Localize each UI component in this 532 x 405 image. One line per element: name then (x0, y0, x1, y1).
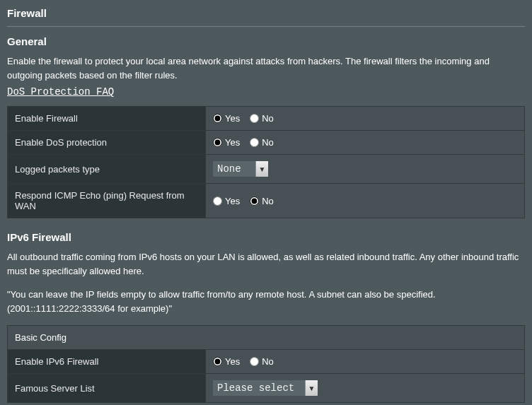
famous-server-select[interactable]: Please select ▼ (213, 380, 318, 396)
enable-ipv6-yes-text: Yes (225, 356, 240, 367)
respond-icmp-no-radio[interactable] (250, 196, 259, 206)
basic-config-header-row: Basic Config (8, 326, 525, 350)
enable-ipv6-yes-radio[interactable] (213, 357, 222, 366)
enable-ipv6-no-text: No (262, 356, 274, 367)
chevron-down-icon[interactable]: ▼ (255, 161, 268, 177)
row-enable-ipv6: Enable IPv6 Firewall Yes No (8, 350, 525, 374)
enable-ipv6-no[interactable]: No (250, 356, 274, 367)
general-settings-table: Enable Firewall Yes No Enable DoS protec… (7, 106, 525, 218)
enable-firewall-no-radio[interactable] (250, 114, 259, 123)
respond-icmp-no[interactable]: No (250, 196, 274, 206)
enable-firewall-yes-radio[interactable] (213, 114, 222, 123)
label-enable-dos: Enable DoS protection (8, 131, 206, 155)
ipv6-desc1: All outbound traffic coming from IPv6 ho… (7, 250, 525, 278)
enable-ipv6-yes[interactable]: Yes (213, 356, 240, 367)
row-famous-server: Famous Server List Please select ▼ (8, 374, 525, 403)
enable-firewall-no[interactable]: No (250, 113, 274, 124)
ipv6-settings-table: Basic Config Enable IPv6 Firewall Yes No… (7, 325, 525, 403)
respond-icmp-yes-text: Yes (225, 196, 240, 206)
label-logged-packets: Logged packets type (8, 155, 206, 184)
famous-server-value: Please select (213, 380, 305, 396)
enable-dos-no[interactable]: No (250, 137, 274, 148)
enable-dos-yes-text: Yes (225, 137, 240, 148)
label-enable-firewall: Enable Firewall (8, 107, 206, 131)
respond-icmp-yes[interactable]: Yes (213, 196, 240, 206)
row-logged-packets: Logged packets type None ▼ (8, 155, 525, 184)
general-heading: General (7, 35, 525, 47)
dos-faq-link[interactable]: DoS Protection FAQ (7, 86, 114, 98)
ipv6-desc2: "You can leave the IP fields empty to al… (7, 288, 525, 315)
enable-firewall-no-text: No (262, 113, 274, 124)
label-enable-ipv6: Enable IPv6 Firewall (8, 350, 206, 374)
chevron-down-icon[interactable]: ▼ (305, 380, 318, 396)
respond-icmp-yes-radio[interactable] (213, 196, 222, 206)
row-enable-firewall: Enable Firewall Yes No (8, 107, 525, 131)
respond-icmp-no-text: No (262, 196, 274, 206)
label-famous-server: Famous Server List (8, 374, 206, 403)
enable-dos-no-text: No (262, 137, 274, 148)
enable-dos-yes-radio[interactable] (213, 138, 222, 147)
enable-firewall-yes[interactable]: Yes (213, 113, 240, 124)
basic-config-header: Basic Config (8, 326, 525, 350)
enable-firewall-yes-text: Yes (225, 113, 240, 124)
page-title: Firewall (7, 6, 525, 27)
logged-packets-select[interactable]: None ▼ (213, 161, 268, 177)
enable-dos-no-radio[interactable] (250, 138, 259, 147)
label-respond-icmp: Respond ICMP Echo (ping) Request from WA… (8, 184, 206, 218)
row-respond-icmp: Respond ICMP Echo (ping) Request from WA… (8, 184, 525, 218)
general-description: Enable the firewall to protect your loca… (7, 54, 525, 82)
enable-dos-yes[interactable]: Yes (213, 137, 240, 148)
enable-ipv6-no-radio[interactable] (250, 357, 259, 366)
row-enable-dos: Enable DoS protection Yes No (8, 131, 525, 155)
logged-packets-value: None (213, 161, 255, 177)
ipv6-heading: IPv6 Firewall (7, 231, 525, 243)
